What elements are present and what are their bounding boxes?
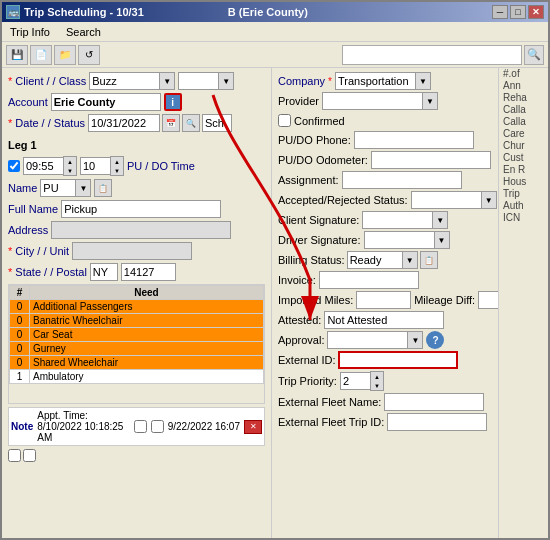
trip-priority-down[interactable]: ▼	[371, 381, 383, 390]
city-input[interactable]	[72, 242, 192, 260]
attested-label: Attested:	[278, 314, 321, 326]
pu-checkbox[interactable]	[8, 160, 20, 172]
full-name-input[interactable]	[61, 200, 221, 218]
approval-dropdown[interactable]: ▼	[327, 331, 423, 349]
name-extra-btn[interactable]: 📋	[94, 179, 112, 197]
company-input[interactable]	[335, 72, 415, 90]
accepted-rejected-btn[interactable]: ▼	[481, 191, 497, 209]
delete-icon: ✕	[250, 422, 257, 431]
company-dropdown-btn[interactable]: ▼	[415, 72, 431, 90]
class-dropdown[interactable]: ▼	[178, 72, 234, 90]
side-label: Care	[503, 128, 548, 139]
client-dropdown[interactable]: Buzz ▼	[89, 72, 175, 90]
driver-sig-btn[interactable]: ▼	[434, 231, 450, 249]
note-checkbox1[interactable]	[134, 420, 147, 433]
assignment-row: Assignment:	[278, 171, 492, 189]
accepted-rejected-input[interactable]	[411, 191, 481, 209]
approval-help-btn[interactable]: ?	[426, 331, 444, 349]
note-checkbox4[interactable]	[23, 449, 36, 462]
billing-input[interactable]	[347, 251, 402, 269]
pu-phone-input[interactable]	[354, 131, 474, 149]
pu-time-up[interactable]: ▲	[64, 157, 76, 166]
search-button[interactable]: 🔍	[524, 45, 544, 65]
pu-input[interactable]	[40, 179, 75, 197]
menu-search[interactable]: Search	[58, 24, 109, 40]
note-checkbox3[interactable]	[8, 449, 21, 462]
window-subtitle: B (Erie County)	[228, 6, 308, 18]
account-input[interactable]: Erie County	[51, 93, 161, 111]
save-button[interactable]: 💾	[6, 45, 28, 65]
menu-trip-info[interactable]: Trip Info	[2, 24, 58, 40]
trip-priority-input[interactable]	[340, 372, 370, 390]
side-label: Calla	[503, 104, 548, 115]
note-checkbox2[interactable]	[151, 420, 164, 433]
date-label: * Date	[8, 117, 39, 129]
confirmed-checkbox[interactable]	[278, 114, 291, 127]
address-label: Address	[8, 224, 48, 236]
provider-dropdown-btn[interactable]: ▼	[422, 92, 438, 110]
invoice-label: Invoice:	[278, 274, 316, 286]
note-delete-btn[interactable]: ✕	[244, 420, 262, 434]
company-dropdown[interactable]: ▼	[335, 72, 431, 90]
pu-dropdown-btn[interactable]: ▼	[75, 179, 91, 197]
approval-btn[interactable]: ▼	[407, 331, 423, 349]
pu-dropdown[interactable]: ▼	[40, 179, 91, 197]
class-dropdown-btn[interactable]: ▼	[218, 72, 234, 90]
minimize-button[interactable]: ─	[492, 5, 508, 19]
accepted-rejected-dropdown[interactable]: ▼	[411, 191, 497, 209]
attested-input[interactable]	[324, 311, 444, 329]
client-sig-input[interactable]	[362, 211, 432, 229]
refresh-button[interactable]: ↺	[78, 45, 100, 65]
invoice-input[interactable]	[319, 271, 419, 289]
approval-input[interactable]	[327, 331, 407, 349]
external-fleet-trip-input[interactable]	[387, 413, 487, 431]
trip-priority-up[interactable]: ▲	[371, 372, 383, 381]
driver-sig-row: Driver Signature: ▼	[278, 231, 492, 249]
imported-miles-input[interactable]	[356, 291, 411, 309]
state-input[interactable]	[90, 263, 118, 281]
date-input[interactable]	[88, 114, 160, 132]
do-time-input[interactable]	[80, 157, 110, 175]
needs-table: # Need 0Additional Passengers0Banatric W…	[8, 284, 265, 404]
company-row: Company * ▼	[278, 72, 492, 90]
pu-time-down[interactable]: ▼	[64, 166, 76, 175]
client-sig-dropdown[interactable]: ▼	[362, 211, 448, 229]
client-input[interactable]: Buzz	[89, 72, 159, 90]
right-area: Company * ▼ Provider ▼	[272, 68, 548, 538]
accepted-rejected-row: Accepted/Rejected Status: ▼	[278, 191, 492, 209]
billing-extra-btn[interactable]: 📋	[420, 251, 438, 269]
provider-dropdown[interactable]: ▼	[322, 92, 438, 110]
client-sig-btn[interactable]: ▼	[432, 211, 448, 229]
class-input[interactable]	[178, 72, 218, 90]
needs-table-row: 0Banatric Wheelchair	[10, 314, 264, 328]
do-time-up[interactable]: ▲	[111, 157, 123, 166]
do-time-spinner: ▲ ▼	[80, 156, 124, 176]
provider-input[interactable]	[322, 92, 422, 110]
postal-input[interactable]	[121, 263, 176, 281]
external-fleet-name-input[interactable]	[384, 393, 484, 411]
pu-time-input[interactable]	[23, 157, 63, 175]
client-dropdown-btn[interactable]: ▼	[159, 72, 175, 90]
close-button[interactable]: ✕	[528, 5, 544, 19]
new-button[interactable]: 📄	[30, 45, 52, 65]
do-time-down[interactable]: ▼	[111, 166, 123, 175]
status-input[interactable]	[202, 114, 232, 132]
pu-odometer-input[interactable]	[371, 151, 491, 169]
billing-dropdown[interactable]: ▼	[347, 251, 418, 269]
note-checkboxes-row	[8, 449, 265, 464]
driver-sig-dropdown[interactable]: ▼	[364, 231, 450, 249]
mileage-diff-input[interactable]	[478, 291, 498, 309]
status-calendar-btn[interactable]: 🔍	[182, 114, 200, 132]
need-count: 0	[10, 342, 30, 356]
assignment-input[interactable]	[342, 171, 462, 189]
search-input[interactable]	[342, 45, 522, 65]
open-button[interactable]: 📁	[54, 45, 76, 65]
maximize-button[interactable]: □	[510, 5, 526, 19]
info-button[interactable]: i	[164, 93, 182, 111]
needs-table-row: 0Additional Passengers	[10, 300, 264, 314]
calendar-button[interactable]: 📅	[162, 114, 180, 132]
address-input[interactable]	[51, 221, 231, 239]
driver-sig-input[interactable]	[364, 231, 434, 249]
billing-btn[interactable]: ▼	[402, 251, 418, 269]
external-id-input[interactable]	[338, 351, 458, 369]
